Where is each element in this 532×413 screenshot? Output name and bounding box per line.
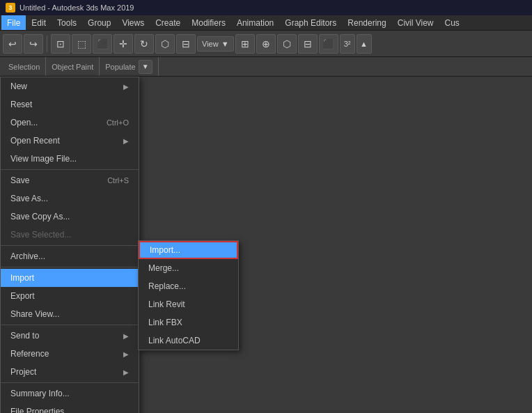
- submenu-import[interactable]: Import...: [139, 241, 238, 259]
- select-btn[interactable]: ⊡: [51, 34, 70, 54]
- menu-save-copy[interactable]: Save Copy As...: [1, 208, 139, 226]
- menu-view-image[interactable]: View Image File...: [1, 150, 139, 168]
- menu-file[interactable]: File: [1, 15, 26, 30]
- submenu-merge[interactable]: Merge...: [139, 259, 238, 277]
- sep3: [1, 267, 139, 267]
- populate-label: Populate: [105, 63, 135, 71]
- title-bar: 3 Untitled - Autodesk 3ds Max 2019: [0, 0, 532, 15]
- move-btn[interactable]: ✛: [114, 34, 133, 54]
- menu-share-view[interactable]: Share View...: [1, 305, 139, 323]
- submenu-link-autocad[interactable]: Link AutoCAD: [139, 332, 238, 350]
- sep2: [1, 245, 139, 246]
- import-submenu: Import... Merge... Replace... Link Revit…: [138, 240, 239, 350]
- menu-open[interactable]: Open... Ctrl+O: [1, 114, 139, 132]
- menu-graph-editors[interactable]: Graph Editors: [279, 15, 342, 30]
- menu-civil-view[interactable]: Civil View: [392, 15, 439, 30]
- selection-group: Selection: [3, 57, 46, 76]
- sep4: [1, 325, 139, 325]
- menu-new[interactable]: New ▶: [1, 77, 139, 95]
- populate-group: Populate ▼: [100, 57, 158, 76]
- menu-tools[interactable]: Tools: [52, 15, 82, 30]
- menu-save[interactable]: Save Ctrl+S: [1, 171, 139, 189]
- layer-btn[interactable]: ⬛: [319, 34, 338, 54]
- menu-bar: File Edit Tools Group Views Create Modif…: [0, 15, 532, 31]
- view-dropdown[interactable]: View ▼: [197, 36, 234, 52]
- menu-file-props[interactable]: File Properties...: [1, 403, 139, 413]
- window-title: Untitled - Autodesk 3ds Max 2019: [19, 3, 134, 12]
- menu-modifiers[interactable]: Modifiers: [186, 15, 231, 30]
- menu-create[interactable]: Create: [150, 15, 186, 30]
- sep5: [1, 382, 139, 383]
- menu-project[interactable]: Project ▶: [1, 363, 139, 381]
- menu-save-selected: Save Selected...: [1, 226, 139, 244]
- snap-angle-btn[interactable]: ⊕: [256, 34, 276, 54]
- open-recent-arrow: ▶: [123, 137, 129, 145]
- sep1: [1, 169, 139, 170]
- app-icon: 3: [6, 3, 15, 13]
- mirror-btn[interactable]: ⊟: [176, 34, 196, 54]
- project-arrow: ▶: [123, 368, 129, 376]
- menu-archive[interactable]: Archive...: [1, 247, 139, 265]
- select-region-btn[interactable]: ⬚: [72, 34, 91, 54]
- menu-reset[interactable]: Reset: [1, 95, 139, 114]
- send-to-arrow: ▶: [123, 332, 129, 340]
- menu-edit[interactable]: Edit: [26, 15, 52, 30]
- select-filter-btn[interactable]: ⬛: [93, 34, 112, 54]
- selection-label: Selection: [8, 63, 40, 71]
- menu-summary[interactable]: Summary Info...: [1, 384, 139, 403]
- menu-group[interactable]: Group: [82, 15, 116, 30]
- submenu-link-revit[interactable]: Link Revit: [139, 295, 238, 313]
- populate-icon-btn[interactable]: ▼: [139, 60, 152, 74]
- secondary-toolbar: Selection Object Paint Populate ▼: [0, 57, 532, 77]
- open-shortcut: Ctrl+O: [107, 118, 129, 127]
- menu-rendering[interactable]: Rendering: [342, 15, 391, 30]
- menu-save-as[interactable]: Save As...: [1, 189, 139, 208]
- dropdown-arrow: ▼: [221, 40, 229, 48]
- snap-btn[interactable]: ⊞: [235, 34, 255, 54]
- new-arrow: ▶: [123, 83, 129, 91]
- main-toolbar: ↩ ↪ ⊡ ⬚ ⬛ ✛ ↻ ⬡ ⊟ View ▼ ⊞ ⊕ ⬡ ⊟ ⬛ 3² ▲: [0, 31, 532, 57]
- menu-customize[interactable]: Cus: [439, 15, 465, 30]
- menu-reference[interactable]: Reference ▶: [1, 345, 139, 363]
- menu-animation[interactable]: Animation: [231, 15, 279, 30]
- toolbar-sep1: [47, 36, 47, 52]
- undo-btn[interactable]: ↩: [3, 34, 22, 54]
- menu-export[interactable]: Export: [1, 287, 139, 305]
- snap-percent-btn[interactable]: ⬡: [277, 34, 297, 54]
- menu-open-recent[interactable]: Open Recent ▶: [1, 132, 139, 150]
- reference-arrow: ▶: [123, 350, 129, 358]
- submenu-replace[interactable]: Replace...: [139, 277, 238, 295]
- file-menu: New ▶ Reset Open... Ctrl+O Open Recent ▶…: [0, 77, 139, 413]
- object-paint-label: Object Paint: [52, 63, 93, 71]
- menu-send-to[interactable]: Send to ▶: [1, 327, 139, 345]
- scale-btn[interactable]: ⬡: [155, 34, 175, 54]
- menu-views[interactable]: Views: [116, 15, 150, 30]
- main-area: [+] [Top] [Standard] [Wireframe] Customi…: [0, 77, 532, 413]
- num1-btn[interactable]: 3²: [340, 34, 355, 54]
- view-label: View: [202, 40, 219, 48]
- num2-btn[interactable]: ▲: [357, 34, 372, 54]
- menu-import[interactable]: Import: [1, 269, 139, 287]
- rotate-btn[interactable]: ↻: [134, 34, 154, 54]
- object-paint-group: Object Paint: [46, 57, 100, 76]
- align-btn[interactable]: ⊟: [298, 34, 318, 54]
- save-shortcut: Ctrl+S: [107, 176, 129, 185]
- redo-btn[interactable]: ↪: [24, 34, 43, 54]
- submenu-link-fbx[interactable]: Link FBX: [139, 313, 238, 332]
